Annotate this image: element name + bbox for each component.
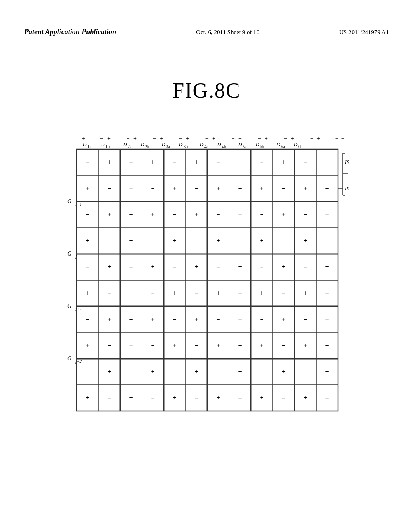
svg-text:+: + bbox=[238, 159, 242, 166]
svg-text:−: − bbox=[129, 159, 133, 166]
svg-text:G: G bbox=[67, 303, 71, 309]
svg-text:−: − bbox=[151, 342, 154, 349]
svg-text:D: D bbox=[140, 142, 144, 148]
svg-text:−: − bbox=[303, 159, 307, 166]
svg-text:−: − bbox=[260, 316, 263, 323]
svg-text:−: − bbox=[238, 342, 242, 349]
svg-text:+: + bbox=[265, 135, 268, 141]
svg-text:+: + bbox=[133, 135, 137, 141]
svg-text:−: − bbox=[303, 316, 307, 323]
svg-text:+: + bbox=[325, 264, 329, 270]
svg-text:−: − bbox=[194, 290, 198, 297]
svg-text:+: + bbox=[260, 342, 263, 349]
patent-number: US 2011/241979 A1 bbox=[339, 29, 389, 36]
svg-text:+: + bbox=[173, 290, 176, 297]
svg-text:−: − bbox=[86, 264, 89, 270]
svg-text:+: + bbox=[82, 135, 85, 141]
svg-text:+: + bbox=[194, 264, 198, 270]
svg-text:−: − bbox=[179, 135, 182, 141]
svg-text:+: + bbox=[173, 185, 176, 192]
publication-title: Patent Application Publication bbox=[24, 28, 116, 36]
svg-text:+: + bbox=[151, 211, 154, 218]
svg-text:−: − bbox=[260, 159, 263, 166]
svg-text:−: − bbox=[260, 368, 263, 375]
svg-text:−: − bbox=[129, 264, 133, 270]
svg-text:G: G bbox=[67, 251, 71, 257]
svg-text:+: + bbox=[86, 237, 89, 244]
figure-title: FIG.8C bbox=[0, 79, 413, 102]
svg-text:+: + bbox=[173, 395, 176, 401]
svg-text:−: − bbox=[151, 395, 154, 401]
svg-text:+: + bbox=[107, 135, 111, 141]
svg-text:−: − bbox=[325, 395, 329, 401]
svg-text:−: − bbox=[107, 342, 111, 349]
diagram-container: + − + − + − + − + − + − + − + − + − + − … bbox=[54, 125, 349, 423]
svg-text:+: + bbox=[107, 211, 111, 218]
svg-text:D: D bbox=[83, 142, 87, 148]
svg-text:−: − bbox=[284, 135, 287, 141]
svg-text:1b: 1b bbox=[106, 144, 110, 149]
svg-text:−: − bbox=[325, 342, 329, 349]
svg-text:−: − bbox=[325, 237, 329, 244]
svg-text:+: + bbox=[216, 290, 220, 297]
svg-text:+: + bbox=[86, 395, 89, 401]
svg-text:j−1: j−1 bbox=[75, 202, 82, 206]
svg-text:−: − bbox=[194, 342, 198, 349]
svg-text:+: + bbox=[107, 368, 111, 375]
svg-text:−: − bbox=[194, 237, 198, 244]
svg-text:6b: 6b bbox=[298, 144, 302, 149]
svg-text:+: + bbox=[238, 264, 242, 270]
svg-text:+: + bbox=[129, 185, 133, 192]
svg-text:−: − bbox=[107, 185, 111, 192]
svg-text:D: D bbox=[123, 142, 127, 148]
svg-text:−: − bbox=[282, 237, 285, 244]
svg-text:+: + bbox=[260, 290, 263, 297]
svg-text:+: + bbox=[160, 135, 163, 141]
svg-text:−: − bbox=[151, 237, 154, 244]
svg-text:−: − bbox=[86, 368, 89, 375]
svg-text:+: + bbox=[107, 264, 111, 270]
svg-text:−: − bbox=[153, 135, 156, 141]
svg-text:2b: 2b bbox=[145, 144, 149, 149]
svg-text:+: + bbox=[129, 290, 133, 297]
svg-text:−: − bbox=[238, 237, 242, 244]
svg-text:1a: 1a bbox=[88, 144, 92, 149]
svg-text:+: + bbox=[260, 395, 263, 401]
svg-text:+: + bbox=[129, 342, 133, 349]
svg-text:−: − bbox=[258, 135, 261, 141]
svg-text:−: − bbox=[107, 395, 111, 401]
svg-text:+: + bbox=[325, 368, 329, 375]
svg-text:PXb: PXb bbox=[344, 186, 349, 191]
svg-text:5a: 5a bbox=[243, 144, 247, 149]
svg-text:D: D bbox=[217, 142, 221, 148]
svg-text:D: D bbox=[101, 142, 105, 148]
svg-text:+: + bbox=[151, 368, 154, 375]
svg-text:+: + bbox=[260, 185, 263, 192]
svg-text:−: − bbox=[303, 264, 307, 270]
svg-text:PXa: PXa bbox=[344, 159, 349, 165]
svg-text:−: − bbox=[325, 290, 329, 297]
svg-text:3a: 3a bbox=[166, 144, 170, 149]
svg-text:−: − bbox=[282, 395, 285, 401]
svg-text:+: + bbox=[216, 395, 220, 401]
svg-text:D: D bbox=[238, 142, 242, 148]
svg-text:−: − bbox=[100, 135, 103, 141]
svg-text:+: + bbox=[194, 159, 198, 166]
diagram-svg: + − + − + − + − + − + − + − + − + − + − … bbox=[54, 125, 349, 423]
svg-text:+: + bbox=[129, 395, 133, 401]
svg-text:+: + bbox=[186, 135, 189, 141]
svg-text:−: − bbox=[86, 159, 89, 166]
svg-text:+: + bbox=[303, 185, 307, 192]
svg-text:D: D bbox=[255, 142, 259, 148]
svg-text:+: + bbox=[194, 368, 198, 375]
svg-text:−: − bbox=[282, 342, 285, 349]
svg-text:−: − bbox=[107, 237, 111, 244]
svg-text:−: − bbox=[238, 185, 242, 192]
svg-text:+: + bbox=[107, 316, 111, 323]
svg-text:−: − bbox=[173, 159, 176, 166]
svg-text:−: − bbox=[216, 159, 220, 166]
svg-text:+: + bbox=[216, 237, 220, 244]
svg-text:−: − bbox=[129, 368, 133, 375]
svg-text:+: + bbox=[291, 135, 294, 141]
svg-text:−: − bbox=[282, 290, 285, 297]
